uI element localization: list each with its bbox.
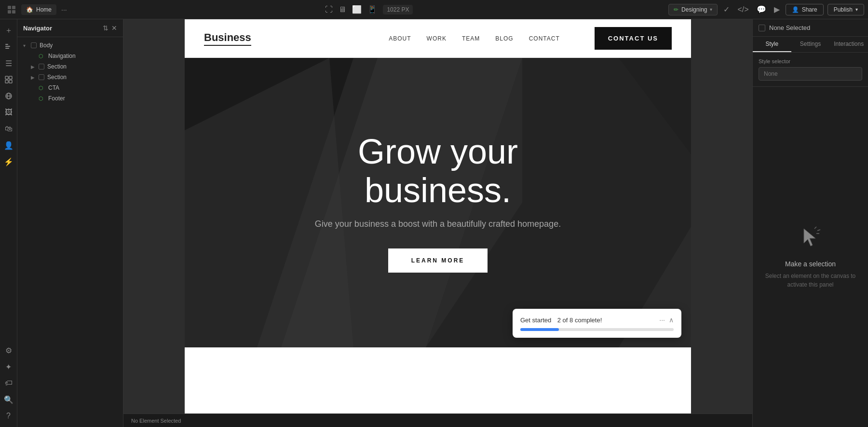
comment-icon[interactable]: 💬 [755,3,768,16]
apps-icon[interactable]: ⚡ [1,154,16,169]
nav-item-cta[interactable]: ⬡ CTA [17,83,123,93]
nav-link-blog[interactable]: BLOG [495,35,513,42]
viewport-controls: ⛶ 🖥 ⬜ 📱 1022 PX [325,5,413,14]
users-icon[interactable]: 👤 [1,138,16,152]
settings-icon[interactable]: ⚙ [1,343,16,358]
section2-checkbox[interactable] [39,74,44,80]
share-label: Share [802,6,817,13]
nav-link-about[interactable]: ABOUT [389,35,411,42]
tab-settings[interactable]: Settings [791,37,830,52]
website-preview[interactable]: Business ABOUT WORK TEAM BLOG CONTACT CO… [185,19,691,413]
right-panel-top: None Selected [753,19,868,37]
progress-widget-header: Get started 2 of 8 complete! ··· ∧ [520,316,674,324]
progress-widget: Get started 2 of 8 complete! ··· ∧ [513,309,681,338]
hero-title: Grow your business. [315,133,561,209]
integrations-icon[interactable]: ✦ [1,359,16,374]
search-icon[interactable]: 🔍 [1,392,16,407]
designing-button[interactable]: ✏ Designing ▾ [668,4,718,15]
nav-link-work[interactable]: WORK [427,35,447,42]
publish-label: Publish [834,6,853,13]
expand-icon[interactable]: ⛶ [325,5,333,14]
section1-checkbox[interactable] [39,64,44,69]
pages-icon[interactable]: ☰ [1,56,16,70]
nav-item-section2[interactable]: ▶ Section [17,72,123,83]
nav-sort-icon[interactable]: ⇅ [103,24,108,32]
footer-component-icon: ⬡ [39,96,45,102]
nav-item-body[interactable]: ▾ Body [17,40,123,51]
section2-label: Section [47,74,117,81]
hero-cta-button[interactable]: LEARN MORE [388,248,488,273]
progress-collapse-icon[interactable]: ∧ [669,316,674,324]
share-icon: 👤 [792,6,799,13]
right-panel: None Selected Style Settings Interaction… [752,19,868,427]
more-tabs-button[interactable]: ··· [58,4,70,15]
progress-widget-controls: ··· ∧ [659,316,674,324]
progress-bar-background [520,328,674,331]
cursor-graphic [799,225,822,252]
home-icon: 🏠 [26,6,33,13]
nav-item-navigation[interactable]: ⬡ Navigation [17,51,123,61]
check-icon[interactable]: ✓ [721,3,732,16]
site-nav-links: ABOUT WORK TEAM BLOG CONTACT CONTACT US [389,27,672,50]
navigator-tree: ▾ Body ⬡ Navigation ▶ Section ▶ Section [17,37,123,107]
cms-icon[interactable] [1,89,16,103]
right-panel-tabs: Style Settings Interactions [753,37,868,53]
badge-icon[interactable]: 🏷 [1,376,16,390]
svg-line-21 [817,230,820,231]
navigation-label: Navigation [48,53,117,59]
ecommerce-icon[interactable]: 🛍 [1,122,16,136]
none-selected-label: None Selected [769,24,810,31]
tab-interactions[interactable]: Interactions [829,37,868,52]
site-nav-cta-button[interactable]: CONTACT US [595,27,672,50]
desktop-icon[interactable]: 🖥 [339,5,346,14]
home-tab-label: Home [36,6,52,13]
share-button[interactable]: 👤 Share [786,4,824,15]
body-checkbox[interactable] [31,42,37,48]
nav-item-footer[interactable]: ⬡ Footer [17,93,123,104]
progress-more-icon[interactable]: ··· [659,316,665,324]
code-icon[interactable]: </> [735,3,750,16]
play-icon[interactable]: ▶ [772,3,782,16]
mobile-icon[interactable]: 📱 [367,5,377,14]
nav-item-section1[interactable]: ▶ Section [17,61,123,72]
topbar: 🏠 Home ··· ⛶ 🖥 ⬜ 📱 1022 PX ✏ Designing ▾… [0,0,868,19]
svg-rect-3 [12,10,15,14]
icon-bar-bottom: ⚙ ✦ 🏷 🔍 ? [1,343,16,423]
svg-rect-4 [5,44,8,45]
svg-rect-9 [5,80,8,83]
make-selection-title: Make a selection [785,260,836,268]
status-bar: No Element Selected [123,413,752,427]
app-logo[interactable] [4,2,19,17]
section2-chevron-icon: ▶ [31,75,36,80]
navigator-title: Navigator [23,25,52,32]
publish-button[interactable]: Publish ▾ [827,4,864,15]
pencil-icon: ✏ [674,6,678,13]
none-selected-checkbox[interactable] [759,25,765,31]
publish-chevron-icon: ▾ [855,7,858,12]
section1-chevron-icon: ▶ [31,64,36,69]
progress-widget-info: Get started 2 of 8 complete! [520,316,602,324]
designing-label: Designing [681,6,707,13]
home-tab[interactable]: 🏠 Home [21,4,56,15]
assets-icon[interactable]: 🖼 [1,105,16,120]
help-icon[interactable]: ? [1,409,16,423]
svg-line-20 [814,227,816,229]
hero-title-line1: Grow your [358,132,518,171]
svg-rect-0 [8,6,11,9]
hero-content: Grow your business. Give your business a… [315,133,561,272]
nav-link-team[interactable]: TEAM [462,35,480,42]
nav-link-contact[interactable]: CONTACT [529,35,560,42]
cta-component-icon: ⬡ [39,85,45,91]
components-icon[interactable] [1,72,16,87]
add-element-button[interactable]: ＋ [1,23,16,38]
navigator-icon[interactable] [1,40,16,54]
svg-rect-1 [12,6,15,9]
nav-settings-icon[interactable]: ✕ [111,24,117,32]
style-selector-input[interactable] [759,67,862,81]
navigation-component-icon: ⬡ [39,53,45,59]
tablet-icon[interactable]: ⬜ [352,5,362,14]
cta-label: CTA [48,84,117,91]
tab-style[interactable]: Style [753,37,791,52]
viewport-px: 1022 PX [383,5,413,14]
progress-widget-count: 2 of 8 complete! [557,317,602,324]
